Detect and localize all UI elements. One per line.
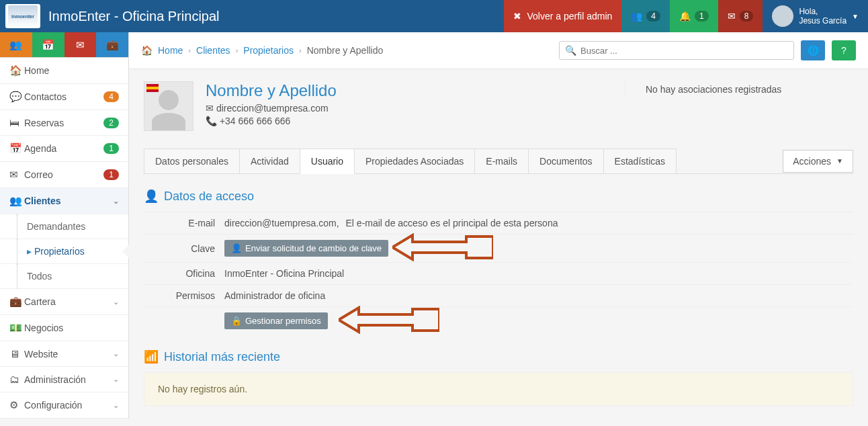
tab-documentos[interactable]: Documentos: [528, 148, 604, 173]
top-mail-button[interactable]: ✉ 8: [718, 0, 763, 32]
globe-button[interactable]: 🌐: [801, 40, 825, 60]
associations-text: No hay asociaciones registradas: [646, 84, 781, 95]
acciones-dropdown[interactable]: Acciones ▼: [783, 150, 853, 173]
tabs: Datos personales Actividad Usuario Propi…: [144, 148, 853, 174]
sidebar-item-negocios[interactable]: 💵 Negocios: [0, 315, 128, 341]
back-to-admin-button[interactable]: ✖ Volver a perfil admin: [504, 0, 621, 32]
sub-label: Demandantes: [27, 221, 85, 232]
profile-email: direccion@tuempresa.com: [216, 103, 329, 114]
crumb-clientes[interactable]: Clientes: [196, 45, 230, 56]
manage-permissions-button[interactable]: 🔒 Gestionar permisos: [224, 312, 328, 329]
crumb-home[interactable]: Home: [158, 45, 183, 56]
home-icon: 🏠: [9, 65, 24, 77]
envelope-icon: ✉: [9, 169, 24, 181]
section-title: Historial más reciente: [164, 350, 280, 364]
calendar-icon: 📅: [9, 142, 24, 155]
sidebar: 👥 📅 ✉ 💼 🏠 Home 💬 Contactos 4 🛏 Reservas …: [0, 32, 129, 419]
breadcrumb: 🏠 Home › Clientes › Propietarios › Nombr…: [141, 45, 383, 56]
quick-users-button[interactable]: 👥: [0, 32, 32, 57]
quick-briefcase-button[interactable]: 💼: [96, 32, 128, 57]
sidebar-item-correo[interactable]: ✉ Correo 1: [0, 162, 128, 188]
tab-estadisticas[interactable]: Estadísticas: [603, 148, 677, 173]
help-button[interactable]: ?: [832, 40, 856, 60]
sidebar-item-home[interactable]: 🏠 Home: [0, 58, 128, 84]
send-password-change-button[interactable]: 👤 Enviar solicitud de cambio de clave: [224, 240, 388, 257]
tab-datos-personales[interactable]: Datos personales: [144, 148, 240, 173]
back-admin-label: Volver a perfil admin: [527, 11, 612, 22]
sidebar-item-website[interactable]: 🖥 Website ⌄: [0, 341, 128, 367]
profile-header: Nombre y Apellido ✉ direccion@tuempresa.…: [144, 81, 853, 140]
chevron-down-icon: ⌄: [113, 349, 119, 358]
chevron-down-icon: ⌄: [113, 401, 119, 410]
breadcrumb-bar: 🏠 Home › Clientes › Propietarios › Nombr…: [129, 32, 868, 69]
sub-label: Propietarios: [34, 246, 85, 257]
empty-history-notice: No hay registros aún.: [144, 372, 853, 406]
sidebar-item-cartera[interactable]: 💼 Cartera ⌄: [0, 289, 128, 315]
search-input[interactable]: [580, 46, 788, 56]
tab-propiedades[interactable]: Propiedades Asociadas: [354, 148, 475, 173]
label-email: E-mail: [144, 218, 224, 228]
btn-label: Enviar solicitud de cambio de clave: [245, 243, 382, 253]
user-icon: 👤: [231, 243, 242, 253]
btn-label: Gestionar permisos: [245, 316, 321, 326]
tab-usuario[interactable]: Usuario: [300, 148, 355, 174]
bell-badge: 1: [695, 11, 709, 22]
label-permisos: Permisos: [144, 290, 224, 301]
chevron-right-icon: ›: [236, 46, 238, 54]
close-icon: ✖: [513, 11, 521, 22]
section-title: Datos de acceso: [164, 189, 254, 204]
sidebar-sub-propietarios[interactable]: ▸Propietarios: [0, 239, 128, 264]
label-clave: Clave: [144, 243, 224, 254]
quick-mail-button[interactable]: ✉: [64, 32, 97, 57]
acciones-label: Acciones: [793, 156, 831, 167]
user-menu[interactable]: Hola, Jesus García ▼: [763, 5, 868, 27]
app-title: InmoEnter - Oficina Principal: [48, 9, 220, 24]
chevron-right-icon: ›: [188, 46, 191, 54]
sidebar-item-contactos[interactable]: 💬 Contactos 4: [0, 84, 128, 110]
avatar-icon: [772, 5, 793, 27]
mail-badge: 8: [740, 11, 754, 22]
envelope-icon: ✉: [728, 11, 736, 22]
sidebar-sub-demandantes[interactable]: Demandantes: [0, 214, 128, 239]
sidebar-label: Negocios: [24, 323, 119, 333]
sidebar-label: Administración: [24, 374, 113, 385]
sidebar-label: Configuración: [24, 400, 113, 411]
search-box[interactable]: 🔍: [559, 41, 794, 60]
sidebar-item-agenda[interactable]: 📅 Agenda 1: [0, 136, 128, 162]
chat-icon: 💬: [9, 91, 24, 103]
badge: 2: [103, 118, 119, 128]
users-icon: 👥: [9, 195, 24, 207]
money-icon: 💵: [9, 322, 24, 334]
question-icon: ?: [841, 45, 847, 56]
sidebar-item-clientes[interactable]: 👥 Clientes ⌄: [0, 188, 128, 214]
profile-phone: +34 666 666 666: [220, 116, 291, 126]
sidebar-item-reservas[interactable]: 🛏 Reservas 2: [0, 110, 128, 136]
tab-actividad[interactable]: Actividad: [239, 148, 300, 173]
envelope-icon: ✉: [206, 103, 214, 114]
logo[interactable]: inmoenter: [5, 4, 40, 28]
flag-es-icon: [146, 84, 159, 92]
tab-emails[interactable]: E-mails: [474, 148, 529, 173]
chevron-down-icon: ⌄: [113, 197, 119, 206]
sidebar-label: Correo: [24, 169, 103, 180]
top-notifications-button[interactable]: 🔔 1: [670, 0, 718, 32]
user-greeting: Hola, Jesus García: [799, 7, 847, 26]
home-icon: 🏠: [141, 45, 153, 56]
briefcase-icon: 💼: [9, 296, 24, 308]
sidebar-label: Reservas: [24, 118, 103, 128]
crumb-propietarios[interactable]: Propietarios: [243, 45, 294, 56]
hello-label: Hola,: [799, 7, 847, 16]
sidebar-item-configuracion[interactable]: ⚙ Configuración ⌄: [0, 392, 128, 419]
sidebar-item-administracion[interactable]: 🗂 Administración ⌄: [0, 367, 128, 392]
row-gestionar: 🔒 Gestionar permisos: [144, 306, 853, 335]
caret-right-icon: ▸: [27, 246, 32, 257]
username-label: Jesus García: [799, 16, 847, 26]
sidebar-sub-todos[interactable]: Todos: [0, 264, 128, 289]
main: 🏠 Home › Clientes › Propietarios › Nombr…: [129, 32, 868, 419]
lock-icon: 🔒: [231, 316, 242, 326]
envelope-icon: ✉: [76, 39, 85, 51]
globe-icon: 🌐: [808, 45, 819, 56]
quick-calendar-button[interactable]: 📅: [32, 32, 64, 57]
top-users-button[interactable]: 👥 4: [621, 0, 670, 32]
label-oficina: Oficina: [144, 268, 224, 279]
